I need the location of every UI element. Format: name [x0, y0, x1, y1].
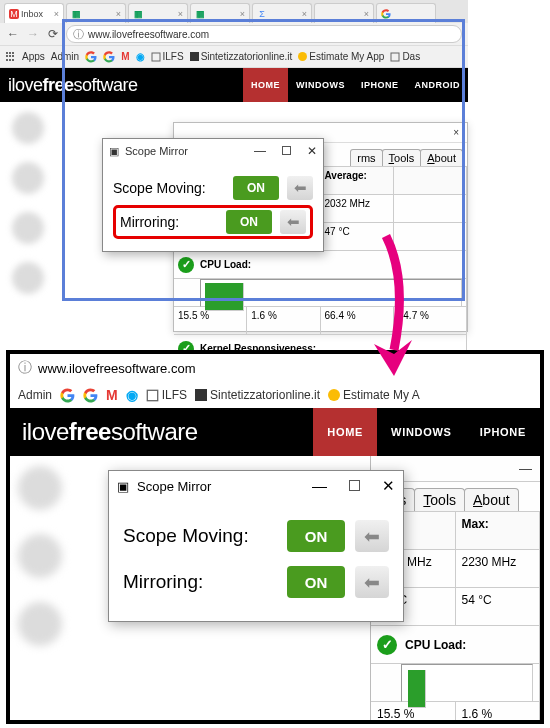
- mirroring-toggle[interactable]: ON: [287, 566, 345, 598]
- tab-about[interactable]: About: [464, 488, 519, 511]
- chrome-icon[interactable]: ◉: [126, 387, 138, 403]
- col-avg: Average:: [321, 167, 394, 195]
- mirroring-label: Mirroring:: [123, 571, 277, 593]
- mirroring-toggle[interactable]: ON: [226, 210, 272, 234]
- cell: 54 °C: [456, 588, 541, 626]
- minimize-button[interactable]: —: [254, 144, 266, 158]
- apps-label[interactable]: Apps: [22, 51, 45, 62]
- menu-iphone[interactable]: IPHONE: [466, 408, 540, 456]
- maximize-button[interactable]: [282, 144, 291, 158]
- apps-icon[interactable]: [6, 52, 16, 62]
- browser-tab-blank[interactable]: ×: [314, 3, 374, 23]
- bookmark-admin[interactable]: Admin: [18, 388, 52, 402]
- bookmark-estimate[interactable]: Estimate My App: [298, 51, 384, 62]
- site-menu: HOME WINDOWS IPHONE ANDROID: [243, 68, 468, 102]
- bookmark-sint[interactable]: Sintetizzatorionline.it: [190, 51, 293, 62]
- reload-button[interactable]: ⟳: [46, 27, 60, 41]
- mirroring-row: Mirroring: ON ⬅: [113, 205, 313, 239]
- annotation-arrow: [350, 230, 430, 384]
- site-menu: HOME WINDOWS IPHONE: [313, 408, 540, 456]
- minimize-icon[interactable]: —: [519, 461, 532, 476]
- site-header: ilovefreesoftware HOME WINDOWS IPHONE: [10, 408, 540, 456]
- blur-avatar: [12, 162, 44, 194]
- google-icon[interactable]: [103, 51, 115, 63]
- scope-moving-toggle[interactable]: ON: [233, 176, 279, 200]
- gmail-icon[interactable]: M: [106, 387, 118, 403]
- tab-tools[interactable]: Tools: [414, 488, 465, 511]
- dialog-titlebar[interactable]: ▣ Scope Mirror — ✕: [109, 471, 403, 501]
- browser-tab-sheet[interactable]: ▦×: [128, 3, 188, 23]
- site-logo[interactable]: ilovefreesoftware: [22, 418, 198, 446]
- google-icon[interactable]: [83, 388, 98, 403]
- dot-icon: [328, 389, 340, 401]
- close-icon[interactable]: ×: [240, 9, 245, 19]
- tab-tools[interactable]: Tools: [382, 149, 422, 166]
- menu-android[interactable]: ANDROID: [407, 68, 469, 102]
- blurred-sidebar: [10, 456, 110, 724]
- info-icon[interactable]: ⓘ: [18, 359, 32, 377]
- scope-moving-label: Scope Moving:: [113, 180, 225, 196]
- cell: 1.6 %: [247, 307, 320, 335]
- close-icon[interactable]: ×: [302, 9, 307, 19]
- close-icon[interactable]: ×: [178, 9, 183, 19]
- browser-tab-google[interactable]: [376, 3, 436, 23]
- bookmark-ilfs[interactable]: ILFS: [151, 51, 184, 62]
- bookmark-ilfs[interactable]: ILFS: [146, 388, 187, 402]
- scope-moving-row: Scope Moving: ON ⬅: [123, 513, 389, 559]
- arrow-left-icon[interactable]: ⬅: [280, 210, 306, 234]
- bookmark-dash[interactable]: Das: [390, 51, 420, 62]
- google-icon[interactable]: [60, 388, 75, 403]
- cpu-load-bar: [371, 664, 540, 702]
- browser-tab-sigma[interactable]: Σ×: [252, 3, 312, 23]
- site-logo[interactable]: ilovefreesoftware: [8, 75, 138, 96]
- tab-rms[interactable]: rms: [350, 149, 382, 166]
- dialog-titlebar[interactable]: ▣ Scope Mirror — ✕: [103, 139, 323, 163]
- close-icon[interactable]: ×: [364, 9, 369, 19]
- col-max: Max:: [456, 512, 541, 550]
- menu-home[interactable]: HOME: [313, 408, 377, 456]
- info-icon[interactable]: ⓘ: [73, 27, 84, 42]
- menu-iphone[interactable]: IPHONE: [353, 68, 407, 102]
- minimize-button[interactable]: —: [312, 477, 327, 495]
- forward-button[interactable]: →: [26, 27, 40, 41]
- check-icon: ✓: [377, 635, 397, 655]
- dialog-title: Scope Mirror: [125, 145, 188, 157]
- close-button[interactable]: ✕: [382, 477, 395, 495]
- page-content: — rms Tools About Min: Max: 2026 MHz 223…: [10, 456, 540, 724]
- menu-windows[interactable]: WINDOWS: [288, 68, 353, 102]
- sigma-icon: Σ: [257, 9, 267, 19]
- arrow-left-icon[interactable]: ⬅: [355, 520, 389, 552]
- address-bar[interactable]: ⓘ www.ilovefreesoftware.com: [66, 25, 462, 43]
- bookmark-sint[interactable]: Sintetizzatorionline.it: [195, 388, 320, 402]
- blur-avatar: [12, 112, 44, 144]
- scope-moving-row: Scope Moving: ON ⬅: [113, 171, 313, 205]
- scope-moving-toggle[interactable]: ON: [287, 520, 345, 552]
- menu-home[interactable]: HOME: [243, 68, 288, 102]
- bookmark-admin[interactable]: Admin: [51, 51, 79, 62]
- gmail-icon[interactable]: M: [121, 51, 129, 62]
- scope-mirror-dialog: ▣ Scope Mirror — ✕ Scope Moving: ON ⬅ Mi…: [108, 470, 404, 622]
- browser-tab-sheet[interactable]: ▦×: [190, 3, 250, 23]
- address-bar[interactable]: ⓘ www.ilovefreesoftware.com: [10, 354, 540, 382]
- app-icon: ▣: [117, 479, 129, 494]
- browser-tab-sheet[interactable]: ▦×: [66, 3, 126, 23]
- tab-about[interactable]: About: [420, 149, 463, 166]
- close-icon[interactable]: ×: [54, 9, 59, 19]
- chrome-icon[interactable]: ◉: [136, 51, 145, 62]
- bookmark-bar: Admin M ◉ ILFS Sintetizzatorionline.it E…: [10, 382, 540, 408]
- svg-rect-0: [152, 53, 160, 61]
- close-icon[interactable]: ×: [116, 9, 121, 19]
- cell: 15.5 %: [371, 702, 456, 724]
- back-button[interactable]: ←: [6, 27, 20, 41]
- menu-windows[interactable]: WINDOWS: [377, 408, 466, 456]
- google-icon: [381, 9, 391, 19]
- bookmark-estimate[interactable]: Estimate My A: [328, 388, 420, 402]
- google-icon[interactable]: [85, 51, 97, 63]
- arrow-left-icon[interactable]: ⬅: [355, 566, 389, 598]
- maximize-button[interactable]: [349, 477, 360, 495]
- browser-tab-inbox[interactable]: MInbox×: [4, 3, 64, 23]
- close-icon[interactable]: ×: [453, 127, 459, 138]
- dot-icon: [298, 52, 307, 61]
- arrow-left-icon[interactable]: ⬅: [287, 176, 313, 200]
- close-button[interactable]: ✕: [307, 144, 317, 158]
